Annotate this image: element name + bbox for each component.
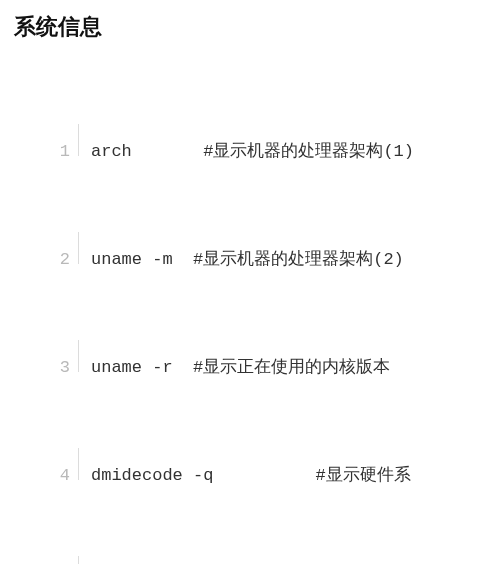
section-heading: 系统信息	[14, 12, 488, 42]
line-number: 4	[34, 460, 70, 492]
code-line: 5hdparm -i /dev/hda #罗列一个磁	[34, 556, 488, 564]
code-block: 1arch #显示机器的处理器架构(1) 2uname -m #显示机器的处理器…	[12, 60, 488, 564]
line-number: 3	[34, 352, 70, 384]
line-number: 1	[34, 136, 70, 168]
code-text: dmidecode -q #显示硬件系	[91, 460, 411, 492]
gutter	[78, 124, 91, 156]
gutter	[78, 448, 91, 480]
code-line: 3uname -r #显示正在使用的内核版本	[34, 340, 488, 384]
code-text: arch #显示机器的处理器架构(1)	[91, 136, 414, 168]
code-line: 1arch #显示机器的处理器架构(1)	[34, 124, 488, 168]
line-number: 2	[34, 244, 70, 276]
code-text: uname -m #显示机器的处理器架构(2)	[91, 244, 404, 276]
gutter	[78, 232, 91, 264]
gutter	[78, 556, 91, 564]
code-line: 4dmidecode -q #显示硬件系	[34, 448, 488, 492]
gutter	[78, 340, 91, 372]
code-line: 2uname -m #显示机器的处理器架构(2)	[34, 232, 488, 276]
page: 系统信息 1arch #显示机器的处理器架构(1) 2uname -m #显示机…	[0, 0, 500, 564]
code-text: uname -r #显示正在使用的内核版本	[91, 352, 390, 384]
